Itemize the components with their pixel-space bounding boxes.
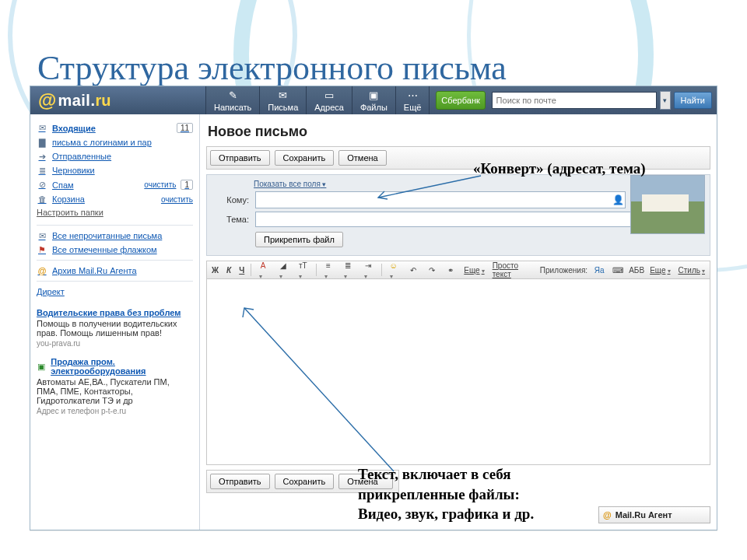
app-translit-button[interactable]: АБВ xyxy=(630,264,644,275)
more-button[interactable]: Еще xyxy=(462,266,486,275)
message-body-editor[interactable] xyxy=(206,279,710,465)
ad-title: Водительские права без проблем xyxy=(37,308,193,317)
font-color-button[interactable]: A xyxy=(256,261,272,280)
link-icon: ⚭ xyxy=(445,264,456,275)
search-input[interactable] xyxy=(492,92,657,109)
indent-icon: ⇥ xyxy=(363,261,374,271)
sidebar-item-archive[interactable]: @ Архив Mail.Ru Агента xyxy=(37,264,193,278)
undo-icon: ↶ xyxy=(408,264,419,275)
nav-files[interactable]: ▣ Файлы xyxy=(352,86,396,114)
envelope-fields: Показать все поля Кому: 👤 Тема: Прикрепи… xyxy=(206,174,710,256)
mail-app: @ mail . ru ✎ Написать ✉ Письма ▭ Адреса… xyxy=(30,86,717,530)
book-icon: ▭ xyxy=(323,89,335,102)
search-area: ▾ Найти xyxy=(492,86,717,114)
search-dropdown[interactable]: ▾ xyxy=(660,91,671,110)
editor-toolbar: Ж К Ч A ◢ тТ ≡ ≣ ⇥ ☺ ↶ ↷ ⚭ Еще Просто те… xyxy=(206,261,710,279)
compose-heading: Новое письмо xyxy=(208,124,710,140)
to-label: Кому: xyxy=(213,195,249,205)
spam-clear-link[interactable]: очистить xyxy=(144,180,176,189)
compose-area: Новое письмо Отправить Сохранить Отмена … xyxy=(200,114,717,530)
sidebar-item-inbox[interactable]: ✉ Входящие 11 xyxy=(37,121,193,135)
bottom-action-bar: Отправить Сохранить Отмена xyxy=(206,470,399,493)
save-button-bottom[interactable]: Сохранить xyxy=(275,474,335,489)
to-input[interactable] xyxy=(256,193,611,207)
font-size-button[interactable]: тТ xyxy=(296,261,311,280)
nav-more[interactable]: ⋯ Ещё xyxy=(396,86,430,114)
link-button[interactable]: ⚭ xyxy=(444,264,458,275)
list-icon: ≣ xyxy=(342,261,353,271)
top-nav: ✎ Написать ✉ Письма ▭ Адреса ▣ Файлы ⋯ Е… xyxy=(205,86,490,114)
folder-icon: ▣ xyxy=(367,89,380,102)
sidebar-item-trash[interactable]: 🗑 Корзина очистить xyxy=(37,192,193,206)
nav-label: Сбербанк xyxy=(441,96,479,105)
undo-button[interactable]: ↶ xyxy=(406,264,420,275)
bg-color-button[interactable]: ◢ xyxy=(276,261,292,280)
indent-button[interactable]: ⇥ xyxy=(361,261,377,280)
redo-button[interactable]: ↷ xyxy=(425,264,439,275)
ad-title: Продажа пром. электрооборудования xyxy=(51,357,193,376)
cancel-button-bottom[interactable]: Отмена xyxy=(338,474,392,489)
sidebar-label: Директ xyxy=(37,287,193,296)
theme-thumbnail[interactable] xyxy=(630,175,705,234)
sent-icon: ➔ xyxy=(37,152,47,161)
sidebar-item-sent[interactable]: ➔ Отправленные xyxy=(37,149,193,163)
bold-button[interactable]: Ж xyxy=(210,266,220,275)
nav-label: Файлы xyxy=(360,103,388,112)
agent-bar[interactable]: @ Mail.Ru Агент xyxy=(598,506,710,523)
sidebar-item-flagged[interactable]: ⚑ Все отмеченные флажком xyxy=(37,243,193,257)
envelope-icon: ✉ xyxy=(37,124,47,133)
ad-block-2[interactable]: ▣ Продажа пром. электрооборудования Авто… xyxy=(37,357,193,415)
spam-icon: ⊘ xyxy=(37,180,47,190)
sidebar-label: Все непрочитанные письма xyxy=(52,231,193,240)
redo-icon: ↷ xyxy=(426,264,437,275)
at-icon: @ xyxy=(603,510,612,520)
ad-body: Автоматы АЕ,ВА., Пускатели ПМ, ПМА, ПМЕ,… xyxy=(37,377,193,405)
address-book-icon[interactable]: 👤 xyxy=(611,194,625,205)
drafts-icon: ≣ xyxy=(37,166,47,175)
bg-color-icon: ◢ xyxy=(278,261,289,271)
send-button[interactable]: Отправить xyxy=(210,150,270,166)
subject-input[interactable] xyxy=(255,212,632,227)
sidebar-label: Архив Mail.Ru Агента xyxy=(52,266,193,275)
sidebar: ✉ Входящие 11 ▇ письма с логинами и пар … xyxy=(30,114,200,530)
logo-tld: ru xyxy=(96,92,111,110)
align-button[interactable]: ≡ xyxy=(321,261,337,280)
send-button-bottom[interactable]: Отправить xyxy=(210,474,270,489)
attach-button[interactable]: Прикрепить файл xyxy=(255,232,343,247)
ad-body: Помощь в получении водительских прав. По… xyxy=(37,319,193,338)
slide-title: Структура электронного письма xyxy=(37,48,507,88)
nav-write[interactable]: ✎ Написать xyxy=(206,86,260,114)
italic-button[interactable]: К xyxy=(225,266,233,275)
emoji-button[interactable]: ☺ xyxy=(387,261,402,280)
nav-sberbank[interactable]: Сбербанк xyxy=(436,91,485,110)
app-keyboard-button[interactable]: ⌨ xyxy=(611,264,625,275)
app-translate-button[interactable]: Яа xyxy=(592,264,606,275)
apps-more-button[interactable]: Еще xyxy=(648,266,672,275)
font-color-icon: A xyxy=(258,261,268,271)
ad-source: Адрес и телефон p-t-e.ru xyxy=(37,407,193,415)
sidebar-label: Черновики xyxy=(52,166,193,175)
sidebar-item-spam[interactable]: ⊘ Спам очистить 1 xyxy=(37,177,193,192)
style-button[interactable]: Стиль xyxy=(677,266,707,275)
cancel-button[interactable]: Отмена xyxy=(338,150,386,166)
direct-link[interactable]: Директ xyxy=(37,285,193,299)
save-button[interactable]: Сохранить xyxy=(275,150,335,166)
list-button[interactable]: ≣ xyxy=(341,261,356,280)
sidebar-item-drafts[interactable]: ≣ Черновики xyxy=(37,163,193,177)
trash-clear-link[interactable]: очистить xyxy=(161,195,193,204)
plain-text-button[interactable]: Просто текст xyxy=(491,261,531,278)
logo[interactable]: @ mail . ru xyxy=(30,86,205,114)
sidebar-item-unread[interactable]: ✉ Все непрочитанные письма xyxy=(37,229,193,243)
ad-source: you-prava.ru xyxy=(37,339,193,348)
sidebar-label: Спам xyxy=(52,180,139,190)
search-button[interactable]: Найти xyxy=(674,92,712,109)
configure-folders-link[interactable]: Настроить папки xyxy=(37,206,193,222)
sidebar-label: Отправленные xyxy=(52,152,193,161)
nav-letters[interactable]: ✉ Письма xyxy=(260,86,307,114)
sidebar-label: Корзина xyxy=(52,194,156,204)
underline-button[interactable]: Ч xyxy=(237,266,246,275)
sidebar-item-logins[interactable]: ▇ письма с логинами и пар xyxy=(37,135,193,149)
ad-block-1[interactable]: Водительские права без проблем Помощь в … xyxy=(37,308,193,348)
nav-addresses[interactable]: ▭ Адреса xyxy=(307,86,352,114)
topbar: @ mail . ru ✎ Написать ✉ Письма ▭ Адреса… xyxy=(30,86,717,114)
